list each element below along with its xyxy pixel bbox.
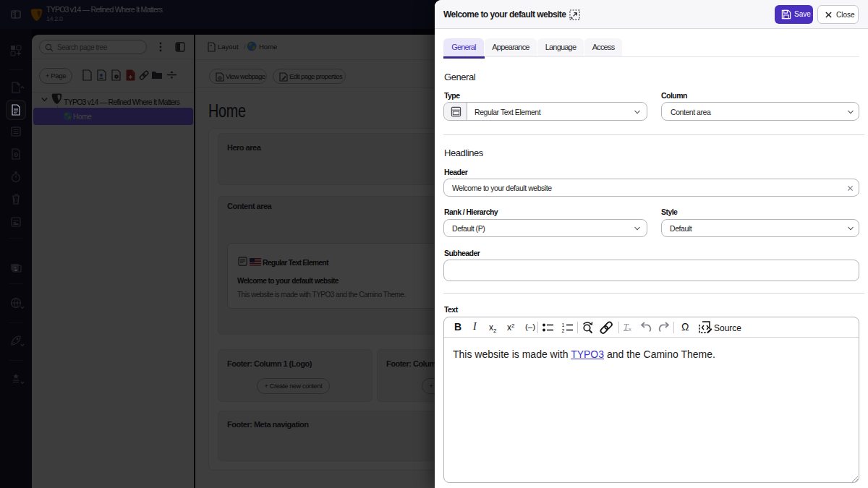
svg-text:1: 1: [562, 322, 565, 328]
svg-text:2: 2: [562, 328, 565, 333]
